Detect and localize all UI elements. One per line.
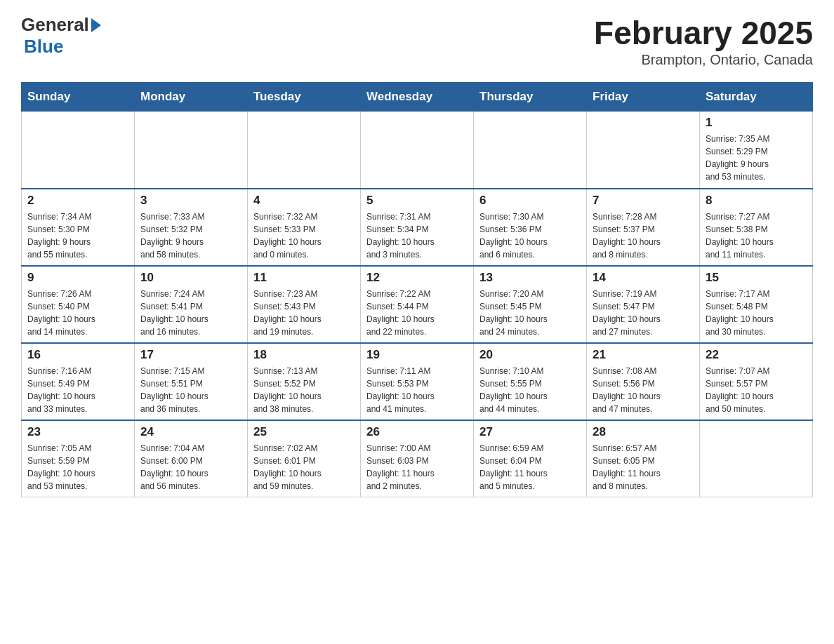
day-info: Sunrise: 7:17 AMSunset: 5:48 PMDaylight:… [706, 288, 807, 338]
day-number: 14 [593, 271, 694, 285]
day-info: Sunrise: 7:00 AMSunset: 6:03 PMDaylight:… [366, 442, 468, 492]
day-number: 15 [706, 271, 807, 285]
weekday-header-saturday: Saturday [700, 83, 813, 112]
calendar-day-cell: 16Sunrise: 7:16 AMSunset: 5:49 PMDayligh… [22, 343, 135, 420]
day-number: 24 [140, 425, 241, 439]
calendar-day-cell: 21Sunrise: 7:08 AMSunset: 5:56 PMDayligh… [587, 343, 700, 420]
day-number: 3 [140, 194, 241, 208]
weekday-header-thursday: Thursday [474, 83, 587, 112]
calendar-day-cell [248, 112, 361, 189]
calendar-day-cell: 25Sunrise: 7:02 AMSunset: 6:01 PMDayligh… [248, 420, 361, 497]
calendar-day-cell: 11Sunrise: 7:23 AMSunset: 5:43 PMDayligh… [248, 266, 361, 343]
calendar-day-cell: 17Sunrise: 7:15 AMSunset: 5:51 PMDayligh… [135, 343, 248, 420]
day-info: Sunrise: 7:11 AMSunset: 5:53 PMDaylight:… [366, 365, 468, 415]
title-block: February 2025 Brampton, Ontario, Canada [594, 14, 813, 68]
day-info: Sunrise: 7:20 AMSunset: 5:45 PMDaylight:… [479, 288, 581, 338]
day-info: Sunrise: 7:28 AMSunset: 5:37 PMDaylight:… [593, 210, 694, 261]
calendar-day-cell: 2Sunrise: 7:34 AMSunset: 5:30 PMDaylight… [22, 189, 135, 266]
day-number: 13 [479, 271, 581, 285]
day-number: 28 [593, 425, 694, 439]
day-info: Sunrise: 6:57 AMSunset: 6:05 PMDaylight:… [593, 442, 694, 492]
day-number: 18 [253, 348, 355, 362]
logo-general-text: General [21, 14, 89, 36]
day-number: 26 [366, 425, 468, 439]
day-number: 25 [253, 425, 355, 439]
day-number: 9 [27, 271, 128, 285]
day-info: Sunrise: 7:26 AMSunset: 5:40 PMDaylight:… [27, 288, 128, 338]
day-info: Sunrise: 7:24 AMSunset: 5:41 PMDaylight:… [140, 288, 241, 338]
day-number: 16 [27, 348, 128, 362]
calendar-day-cell: 15Sunrise: 7:17 AMSunset: 5:48 PMDayligh… [700, 266, 813, 343]
day-number: 21 [593, 348, 694, 362]
calendar-week-row: 23Sunrise: 7:05 AMSunset: 5:59 PMDayligh… [22, 420, 813, 497]
day-info: Sunrise: 7:23 AMSunset: 5:43 PMDaylight:… [253, 288, 355, 338]
day-info: Sunrise: 7:08 AMSunset: 5:56 PMDaylight:… [593, 365, 694, 415]
day-info: Sunrise: 6:59 AMSunset: 6:04 PMDaylight:… [479, 442, 581, 492]
logo-blue-text: Blue [24, 36, 63, 58]
calendar-title: February 2025 [594, 14, 813, 52]
calendar-day-cell: 10Sunrise: 7:24 AMSunset: 5:41 PMDayligh… [135, 266, 248, 343]
day-number: 4 [253, 194, 355, 208]
calendar-day-cell: 6Sunrise: 7:30 AMSunset: 5:36 PMDaylight… [474, 189, 587, 266]
day-info: Sunrise: 7:05 AMSunset: 5:59 PMDaylight:… [27, 442, 128, 492]
calendar-day-cell: 27Sunrise: 6:59 AMSunset: 6:04 PMDayligh… [474, 420, 587, 497]
day-info: Sunrise: 7:35 AMSunset: 5:29 PMDaylight:… [706, 133, 807, 183]
day-info: Sunrise: 7:04 AMSunset: 6:00 PMDaylight:… [140, 442, 241, 492]
calendar-day-cell: 20Sunrise: 7:10 AMSunset: 5:55 PMDayligh… [474, 343, 587, 420]
calendar-day-cell: 28Sunrise: 6:57 AMSunset: 6:05 PMDayligh… [587, 420, 700, 497]
day-number: 23 [27, 425, 128, 439]
calendar-day-cell: 1Sunrise: 7:35 AMSunset: 5:29 PMDaylight… [700, 112, 813, 189]
day-number: 10 [140, 271, 241, 285]
calendar-day-cell [587, 112, 700, 189]
day-number: 27 [479, 425, 581, 439]
day-number: 2 [27, 194, 128, 208]
calendar-day-cell: 13Sunrise: 7:20 AMSunset: 5:45 PMDayligh… [474, 266, 587, 343]
day-number: 11 [253, 271, 355, 285]
day-number: 5 [366, 194, 468, 208]
calendar-day-cell: 4Sunrise: 7:32 AMSunset: 5:33 PMDaylight… [248, 189, 361, 266]
weekday-header-tuesday: Tuesday [248, 83, 361, 112]
calendar-header-row: SundayMondayTuesdayWednesdayThursdayFrid… [22, 83, 813, 112]
calendar-day-cell: 18Sunrise: 7:13 AMSunset: 5:52 PMDayligh… [248, 343, 361, 420]
day-info: Sunrise: 7:16 AMSunset: 5:49 PMDaylight:… [27, 365, 128, 415]
day-number: 12 [366, 271, 468, 285]
calendar-day-cell [700, 420, 813, 497]
calendar-day-cell: 12Sunrise: 7:22 AMSunset: 5:44 PMDayligh… [361, 266, 474, 343]
calendar-subtitle: Brampton, Ontario, Canada [594, 52, 813, 68]
day-info: Sunrise: 7:10 AMSunset: 5:55 PMDaylight:… [479, 365, 581, 415]
day-info: Sunrise: 7:07 AMSunset: 5:57 PMDaylight:… [706, 365, 807, 415]
calendar-day-cell [22, 112, 135, 189]
day-info: Sunrise: 7:15 AMSunset: 5:51 PMDaylight:… [140, 365, 241, 415]
calendar-day-cell: 24Sunrise: 7:04 AMSunset: 6:00 PMDayligh… [135, 420, 248, 497]
calendar-day-cell: 22Sunrise: 7:07 AMSunset: 5:57 PMDayligh… [700, 343, 813, 420]
logo: General Blue [21, 14, 101, 58]
calendar-day-cell: 26Sunrise: 7:00 AMSunset: 6:03 PMDayligh… [361, 420, 474, 497]
calendar-day-cell: 14Sunrise: 7:19 AMSunset: 5:47 PMDayligh… [587, 266, 700, 343]
calendar-week-row: 9Sunrise: 7:26 AMSunset: 5:40 PMDaylight… [22, 266, 813, 343]
day-info: Sunrise: 7:32 AMSunset: 5:33 PMDaylight:… [253, 210, 355, 261]
calendar-week-row: 2Sunrise: 7:34 AMSunset: 5:30 PMDaylight… [22, 189, 813, 266]
day-info: Sunrise: 7:34 AMSunset: 5:30 PMDaylight:… [27, 210, 128, 261]
day-number: 17 [140, 348, 241, 362]
calendar-day-cell: 7Sunrise: 7:28 AMSunset: 5:37 PMDaylight… [587, 189, 700, 266]
page-header: General Blue February 2025 Brampton, Ont… [21, 14, 813, 68]
weekday-header-wednesday: Wednesday [361, 83, 474, 112]
calendar-day-cell: 8Sunrise: 7:27 AMSunset: 5:38 PMDaylight… [700, 189, 813, 266]
day-info: Sunrise: 7:33 AMSunset: 5:32 PMDaylight:… [140, 210, 241, 261]
day-number: 1 [706, 116, 807, 130]
day-number: 8 [706, 194, 807, 208]
weekday-header-sunday: Sunday [22, 83, 135, 112]
calendar-day-cell: 19Sunrise: 7:11 AMSunset: 5:53 PMDayligh… [361, 343, 474, 420]
day-info: Sunrise: 7:31 AMSunset: 5:34 PMDaylight:… [366, 210, 468, 261]
calendar-day-cell [361, 112, 474, 189]
day-number: 6 [479, 194, 581, 208]
calendar-day-cell: 23Sunrise: 7:05 AMSunset: 5:59 PMDayligh… [22, 420, 135, 497]
calendar-day-cell: 5Sunrise: 7:31 AMSunset: 5:34 PMDaylight… [361, 189, 474, 266]
calendar-week-row: 1Sunrise: 7:35 AMSunset: 5:29 PMDaylight… [22, 112, 813, 189]
day-number: 19 [366, 348, 468, 362]
calendar-week-row: 16Sunrise: 7:16 AMSunset: 5:49 PMDayligh… [22, 343, 813, 420]
calendar-day-cell: 3Sunrise: 7:33 AMSunset: 5:32 PMDaylight… [135, 189, 248, 266]
logo-arrow-icon [91, 18, 101, 32]
day-info: Sunrise: 7:13 AMSunset: 5:52 PMDaylight:… [253, 365, 355, 415]
calendar-day-cell [135, 112, 248, 189]
